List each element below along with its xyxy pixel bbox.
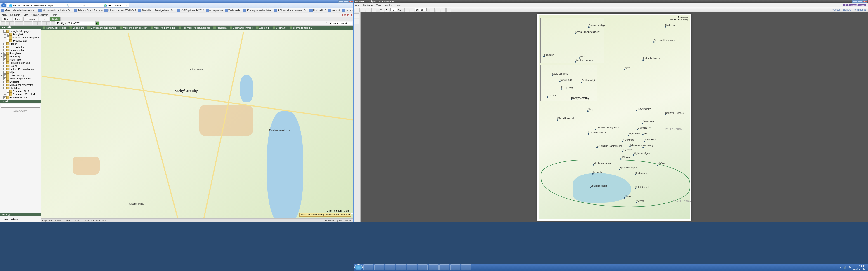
layer-item[interactable]: +Bakgrundskarta [1,96,40,99]
layer-item[interactable]: +Bestämmelser [1,48,40,52]
lang-indicator[interactable]: SV Svenska (Sverige) [843,4,866,6]
expand-icon[interactable]: − [1,87,3,90]
pdf-viewport[interactable]: Revidering (se sidan 23 i BBP) Grönlunds… [361,12,868,222]
expand-icon[interactable]: + [1,61,3,64]
layer-checkbox[interactable] [6,36,9,39]
pdf-bookmarks-icon[interactable] [354,19,359,24]
panel-verktyg-header[interactable]: Verktyg [0,213,41,216]
expand-icon[interactable]: + [1,52,3,55]
start-button[interactable] [354,265,363,270]
expand-icon[interactable]: + [1,74,3,77]
layer-checkbox[interactable] [3,84,6,86]
layer-checkbox[interactable] [3,46,6,48]
pdf-prev-page[interactable]: ▲ [379,8,384,12]
map-tool[interactable]: Tänd/Släck Tooltip [42,26,67,29]
expand-icon[interactable]: + [1,68,3,70]
pdf-zoom-in[interactable]: + [410,8,414,12]
pdf-panel-tab[interactable]: Kommentar [854,8,866,11]
layer-item[interactable]: +Översiktsplan [1,45,40,48]
favorite-link[interactable]: textlänk [328,9,340,12]
tool-btn[interactable] [1,22,5,25]
layer-checkbox[interactable] [6,33,9,36]
karta-dropdown[interactable]: Kommunkarta [332,22,352,25]
submenu-tab[interactable]: Karta [50,17,61,21]
favorite-link[interactable]: Tekis Webb [225,9,241,12]
expand-icon[interactable]: + [1,42,3,45]
expand-icon[interactable]: + [1,71,3,74]
favorite-link[interactable]: Förslag på webbplatser [243,9,272,12]
layer-item[interactable]: +Fastighet [1,33,40,36]
map-tool[interactable]: Zooma in [255,26,270,29]
pdf-menu-item[interactable]: Visa [376,4,381,6]
layer-item[interactable]: +Trafikmätning [1,74,40,77]
pdf-menu-item[interactable]: Arkiv [355,4,361,6]
map-tool[interactable]: Markera inom polygon [119,26,149,29]
urval-select[interactable] [1,104,40,108]
tool-btn[interactable] [42,22,46,25]
map-tool[interactable]: Markera inom rektangel [86,26,118,29]
tool-btn[interactable] [46,22,51,25]
map-tool[interactable]: Uppdatera [68,26,85,29]
tray-icon[interactable]: ▲ [839,266,842,269]
tool-btn[interactable] [10,22,14,25]
expand-icon[interactable]: + [1,77,3,80]
layer-checkbox[interactable] [6,39,9,42]
ie-close[interactable]: ✕ [348,0,353,3]
menu-item[interactable]: Hjälp [52,13,57,16]
layer-checkbox[interactable] [3,43,6,45]
pdf-tool-icon[interactable] [446,8,451,12]
task-app[interactable] [418,265,428,270]
tab-tekis-webb[interactable]: 🌍 Tekis Webb ✕ [102,3,129,8]
menu-item[interactable]: Redigera [10,13,20,16]
task-outlook[interactable] [385,265,395,270]
logout-link[interactable]: Logga ut [342,13,352,16]
back-button[interactable]: ← [1,3,6,7]
layer-checkbox[interactable] [3,80,6,83]
layer-checkbox[interactable] [3,55,6,58]
pdf-panel-tab[interactable]: Verktyg [832,8,841,11]
map-tool[interactable]: Zooma ut [272,26,287,29]
tab-close-icon[interactable]: ✕ [125,4,127,6]
menu-item[interactable]: Arkiv [2,13,7,16]
pdf-minimize[interactable]: — [852,0,857,3]
layer-item[interactable]: +Miljö [1,71,40,74]
layer-item[interactable]: +Naturmiljö [1,58,40,61]
submenu-tab[interactable]: Start [2,17,12,21]
favorite-link[interactable]: ecompanion [206,9,223,12]
expand-icon[interactable]: + [1,46,3,48]
ie-maximize[interactable]: ▢ [343,0,348,3]
layer-checkbox[interactable] [3,87,6,90]
favorite-link[interactable]: Platina2010 [309,9,326,12]
expand-icon[interactable]: + [4,90,6,93]
refresh-icon[interactable]: ↻ [83,4,85,6]
favorite-link[interactable]: PBL kunskapsbanken - B... [274,9,308,12]
task-folder[interactable] [374,265,384,270]
expand-icon[interactable]: − [1,30,3,33]
expand-icon[interactable]: + [4,36,6,39]
pdf-zoom-input[interactable] [415,8,427,11]
task-explorer[interactable] [364,265,373,270]
task-app[interactable] [439,265,450,270]
tool-btn[interactable] [15,22,19,25]
pdf-next-page[interactable]: ▼ [385,8,390,12]
map-tool[interactable]: Zooma till område [229,26,254,29]
panel-urval-header[interactable]: Urval [0,100,41,103]
favorite-link[interactable]: Vallentuna Kommun [342,9,353,12]
search-icon[interactable]: 🔍 [66,4,70,7]
pdf-menu-item[interactable]: Redigera [363,4,373,6]
address-bar[interactable]: 🌐 http://s1105/TekisWebb/default.aspx 🔍 … [7,3,102,8]
pdf-print-icon[interactable] [366,8,370,12]
expand-icon[interactable]: + [4,33,6,36]
layer-checkbox[interactable] [6,93,9,96]
task-app[interactable] [407,265,417,270]
layer-item[interactable]: +Buller - Roslagsbanan [1,68,40,71]
layer-item[interactable]: +Kulturmiljö [1,55,40,58]
layer-checkbox[interactable] [3,74,6,77]
layer-checkbox[interactable] [3,96,6,99]
layer-checkbox[interactable] [3,68,6,70]
search-go[interactable]: ▶ [95,22,99,25]
layer-checkbox[interactable] [6,90,9,93]
ie-minimize[interactable]: — [338,0,343,3]
task-ie[interactable] [429,265,438,270]
expand-icon[interactable]: + [1,83,3,86]
